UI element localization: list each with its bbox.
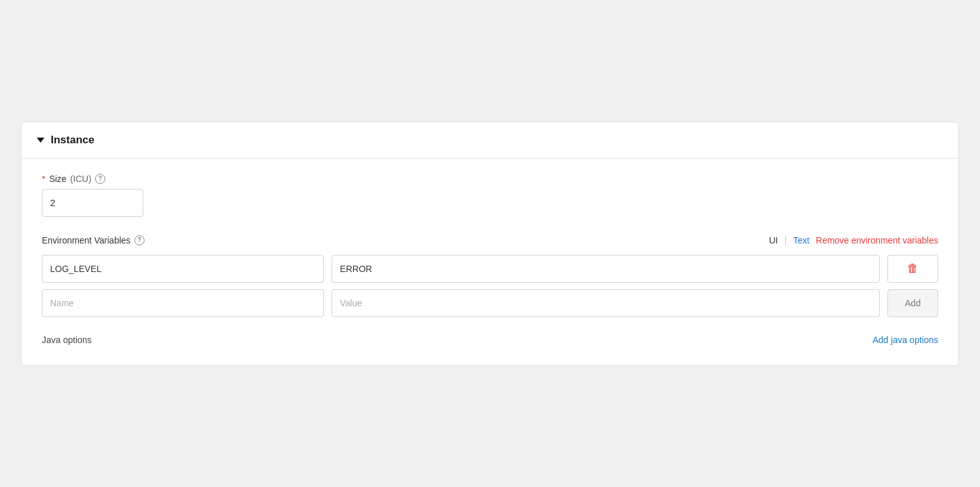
size-field-label: * Size (ICU) ? [42,174,938,184]
java-options-section: Java options Add java options [42,335,938,345]
panel-title: Instance [51,134,94,146]
env-name-input-new[interactable] [42,289,324,317]
env-ui-label: UI [769,235,778,245]
size-help-icon[interactable]: ? [95,174,105,184]
env-delete-button[interactable]: 🗑 [887,255,938,283]
env-row-existing: 🗑 [42,255,938,283]
env-row-new: Add [42,289,938,317]
env-header: Environment Variables ? UI | Text Remove… [42,235,938,246]
size-section: * Size (ICU) ? [42,174,938,217]
size-input[interactable] [42,189,143,217]
env-help-icon[interactable]: ? [134,235,145,245]
java-options-label: Java options [42,335,92,345]
collapse-icon [37,138,44,143]
panel-header[interactable]: Instance [22,122,958,159]
instance-panel: Instance * Size (ICU) ? Environment Vari… [21,122,959,366]
trash-icon: 🗑 [907,262,919,275]
env-value-input-new[interactable] [332,289,880,317]
env-name-input-existing[interactable] [42,255,324,283]
panel-body: * Size (ICU) ? Environment Variables ? U… [22,159,958,365]
env-text-button[interactable]: Text [793,235,809,245]
env-actions: UI | Text Remove environment variables [769,235,938,246]
size-unit-label: (ICU) [70,174,91,184]
env-variables-section: Environment Variables ? UI | Text Remove… [42,235,938,317]
env-value-input-existing[interactable] [332,255,880,283]
size-label-text: Size [49,174,66,184]
required-star: * [42,174,45,184]
env-add-button[interactable]: Add [887,289,938,317]
env-divider: | [784,235,787,246]
add-java-options-button[interactable]: Add java options [872,335,938,345]
env-remove-button[interactable]: Remove environment variables [816,235,938,245]
env-label-group: Environment Variables ? [42,235,145,245]
env-label-text: Environment Variables [42,235,131,245]
